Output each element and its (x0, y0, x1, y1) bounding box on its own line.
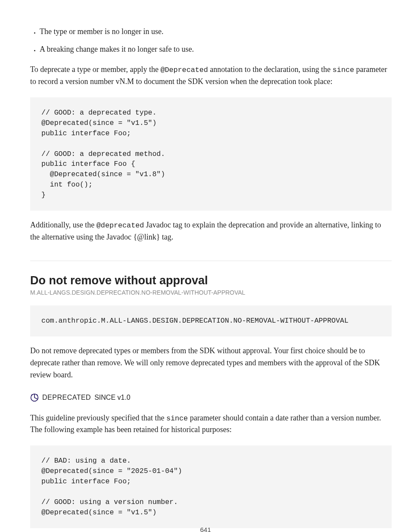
inline-code: @Deprecated (160, 66, 208, 74)
deprecated-label: DEPRECATED (42, 394, 91, 401)
code-block: // BAD: using a date. @Deprecated(since … (30, 445, 392, 528)
code-block: // GOOD: a deprecated type. @Deprecated(… (30, 97, 392, 211)
paragraph: To deprecate a type or member, apply the… (30, 64, 392, 88)
bullet-item: The type or member is no longer in use. (40, 26, 392, 37)
paragraph: Additionally, use the @deprecated Javado… (30, 219, 392, 243)
deprecated-icon (30, 393, 39, 402)
deprecated-since: SINCE v1.0 (94, 394, 131, 401)
page-number: 641 (0, 526, 411, 532)
deprecated-banner: DEPRECATED SINCE v1.0 (30, 393, 131, 402)
horizontal-rule (30, 261, 392, 261)
section-breadcrumb: M.ALL-LANGS.DESIGN.DEPRECATION.NO-REMOVA… (30, 289, 392, 296)
document-page: The type or member is no longer in use. … (0, 0, 411, 532)
text-run: annotation to the declaration, using the (208, 65, 333, 74)
section-heading: Do not remove without approval (30, 274, 392, 287)
text-run: Additionally, use the (30, 221, 97, 229)
inline-code: since (166, 414, 188, 423)
text-run: This guideline previously specified that… (30, 414, 166, 422)
code-block: com.anthropic.M.ALL-LANGS.DESIGN.DEPRECA… (30, 305, 392, 336)
paragraph: This guideline previously specified that… (30, 412, 392, 436)
inline-code: since (333, 66, 354, 74)
paragraph: Do not remove deprecated types or member… (30, 345, 392, 381)
bullet-item: A breaking change makes it no longer saf… (40, 44, 392, 55)
text-run: To deprecate a type or member, apply the (30, 65, 160, 74)
inline-code: @deprecated (97, 221, 144, 230)
bullet-list: The type or member is no longer in use. … (30, 26, 392, 55)
